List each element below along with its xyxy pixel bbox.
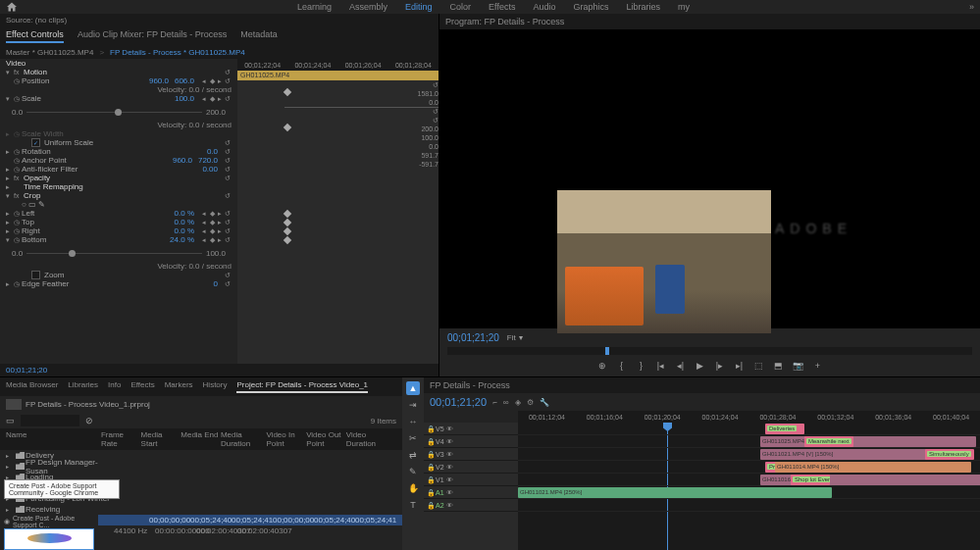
clip[interactable]: GH011021.MP4 [250%] <box>518 487 832 498</box>
eye-icon[interactable]: 👁 <box>446 464 453 471</box>
scale-slider[interactable] <box>26 112 202 113</box>
position-y[interactable]: 606.0 <box>175 76 194 85</box>
linked-sel-icon[interactable]: ∞ <box>503 398 509 407</box>
fx-badge-icon[interactable]: fx <box>14 69 24 75</box>
home-icon[interactable] <box>6 1 18 13</box>
fx-opacity[interactable]: Opacity <box>24 174 224 182</box>
tab-project[interactable]: Project: FP Details - Process Video_1 <box>236 380 368 393</box>
source-clip-link[interactable]: FP Details - Process * GH011025.MP4 <box>110 48 245 57</box>
lock-icon[interactable]: 🔒 <box>427 438 434 445</box>
rect-mask-icon[interactable]: ▭ <box>28 200 36 209</box>
stopwatch-icon[interactable]: ◷ <box>14 95 22 103</box>
fx-time-remap[interactable]: Time Remapping <box>24 182 232 191</box>
zoom-checkbox[interactable] <box>31 271 40 279</box>
project-search-input[interactable] <box>21 415 79 426</box>
track-v3[interactable]: GH011021.MP4 [V] [150%]Simultaneously <box>518 448 980 461</box>
lock-icon[interactable]: 🔒 <box>427 425 434 432</box>
track-select-tool-icon[interactable]: ⇥ <box>406 398 420 412</box>
tab-metadata[interactable]: Metadata <box>240 29 278 43</box>
program-timecode[interactable]: 00;01;21;20 <box>447 332 499 343</box>
extract-icon[interactable]: ⬒ <box>772 359 786 373</box>
track-header-v4[interactable]: 🔒V4👁 <box>424 435 518 448</box>
track-v1[interactable]: GH011016.MP4 [150%]Shop lot Event <box>518 474 980 486</box>
razor-tool-icon[interactable]: ✂ <box>406 431 420 445</box>
eye-icon[interactable]: 👁 <box>446 489 453 496</box>
add-marker-icon[interactable]: ⊕ <box>595 359 609 373</box>
workspace-libraries[interactable]: Libraries <box>626 2 660 12</box>
reset-icon[interactable]: ↺ <box>224 69 232 76</box>
stopwatch-icon[interactable]: ◷ <box>14 77 22 85</box>
edge-feather-val[interactable]: 0 <box>214 279 218 288</box>
anchor-x[interactable]: 960.0 <box>173 156 192 165</box>
lift-icon[interactable]: ⬚ <box>752 359 766 373</box>
reset-icon[interactable]: ↺ <box>224 77 232 85</box>
track-v5[interactable]: Deliveries <box>518 423 980 435</box>
tab-audio-clip-mixer[interactable]: Audio Clip Mixer: FP Details - Process <box>77 29 227 43</box>
add-kf-icon[interactable]: ◆ <box>208 77 216 85</box>
tab-markers[interactable]: Markers <box>165 380 193 393</box>
track-header-a1[interactable]: 🔒A1👁 <box>424 486 518 499</box>
uniform-scale-checkbox[interactable]: ✓ <box>31 138 40 147</box>
play-icon[interactable]: ▶ <box>694 359 707 373</box>
track-a1[interactable]: GH011021.MP4 [250%] <box>518 486 980 499</box>
effect-timeline[interactable]: 00;01;22;04 00;01;24;04 00;01;26;04 00;0… <box>237 59 438 364</box>
go-in-icon[interactable]: |◂ <box>654 359 668 373</box>
hand-tool-icon[interactable]: ✋ <box>406 481 420 495</box>
crop-left-val[interactable]: 0.0 % <box>175 209 194 218</box>
lock-icon[interactable]: 🔒 <box>427 464 434 471</box>
taskbar-preview-thumb[interactable] <box>4 528 94 550</box>
workspace-my[interactable]: my <box>678 2 690 12</box>
crop-right-val[interactable]: 0.0 % <box>175 226 194 235</box>
timeline-ruler[interactable]: 00;01;12;0400;01;16;0400;01;20;0400;01;2… <box>518 411 980 423</box>
tab-info[interactable]: Info <box>108 380 121 393</box>
prev-kf-icon[interactable]: ◂ <box>200 77 208 85</box>
clip[interactable]: GH011014.MP4 [150%] <box>775 462 971 473</box>
ellipse-mask-icon[interactable]: ○ <box>22 200 26 209</box>
program-scrubber[interactable] <box>447 347 972 355</box>
bin-filter-icon[interactable]: ▭ <box>6 416 15 425</box>
project-row[interactable]: ▸Receiving <box>0 504 402 515</box>
pen-mask-icon[interactable]: ✎ <box>38 200 45 209</box>
selection-tool-icon[interactable]: ▲ <box>406 381 420 395</box>
lock-icon[interactable]: 🔒 <box>427 489 434 496</box>
eye-icon[interactable]: 👁 <box>446 438 453 445</box>
timeline-body[interactable]: DeliveriesGH011025.MP4 [150%]Meanwhile n… <box>518 423 980 550</box>
fx-crop[interactable]: Crop <box>24 191 224 200</box>
lock-icon[interactable]: 🔒 <box>427 476 434 483</box>
wrench-icon[interactable]: 🔧 <box>540 398 549 407</box>
pen-tool-icon[interactable]: ✎ <box>406 465 420 478</box>
ec-clip-bar[interactable]: GH011025.MP4 <box>237 71 438 80</box>
zoom-dropdown[interactable]: Fit▾ <box>507 333 523 342</box>
type-tool-icon[interactable]: T <box>406 498 420 512</box>
workspace-editing[interactable]: Editing <box>405 2 433 12</box>
flicker-val[interactable]: 0.00 <box>202 165 218 174</box>
twirl-icon[interactable]: ▾ <box>6 95 14 103</box>
export-frame-icon[interactable]: 📷 <box>792 359 805 373</box>
workspace-assembly[interactable]: Assembly <box>349 2 387 12</box>
timeline-timecode[interactable]: 00;01;21;20 <box>430 396 487 408</box>
crop-slider[interactable] <box>26 253 202 254</box>
position-x[interactable]: 960.0 <box>149 76 169 85</box>
marker-icon[interactable]: ◈ <box>515 398 521 407</box>
rotation-val[interactable]: 0.0 <box>207 147 218 156</box>
stopwatch-icon[interactable]: ◷ <box>14 148 22 156</box>
workspace-overflow-icon[interactable]: » <box>969 2 974 12</box>
fx-motion[interactable]: Motion <box>24 68 224 76</box>
step-fwd-icon[interactable]: |▸ <box>713 359 727 373</box>
go-out-icon[interactable]: ▸| <box>733 359 747 373</box>
eye-icon[interactable]: 👁 <box>446 425 453 432</box>
anchor-y[interactable]: 720.0 <box>198 156 218 165</box>
crop-bottom-val[interactable]: 24.0 % <box>170 235 194 244</box>
clip[interactable]: Shop lot Event <box>791 475 830 485</box>
workspace-graphics[interactable]: Graphics <box>573 2 608 12</box>
workspace-color[interactable]: Color <box>450 2 472 12</box>
clip[interactable]: Simultaneously <box>925 449 974 460</box>
eye-icon[interactable]: 👁 <box>446 451 453 458</box>
clear-icon[interactable]: ⊘ <box>85 416 93 425</box>
tab-libraries[interactable]: Libraries <box>68 380 98 393</box>
settings-icon[interactable]: + <box>811 359 825 373</box>
workspace-audio[interactable]: Audio <box>533 2 555 12</box>
twirl-icon[interactable]: ▾ <box>6 69 14 76</box>
project-row[interactable]: ▸FP Design Manager-Susan <box>0 461 402 472</box>
crop-top-val[interactable]: 0.0 % <box>175 218 194 226</box>
